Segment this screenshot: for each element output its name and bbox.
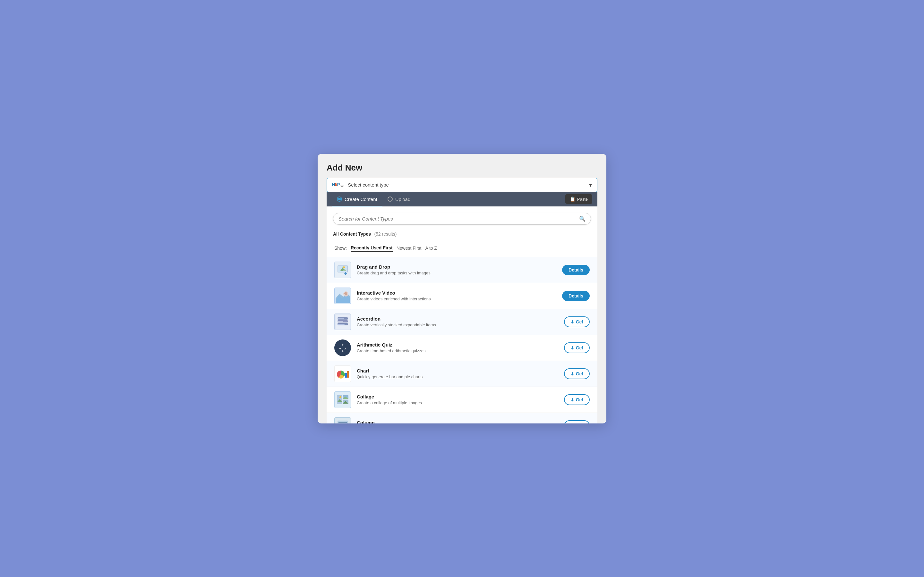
list-item: + ÷ × + Arithmetic Quiz Create time-base… <box>326 335 598 361</box>
filter-show-label: Show: <box>334 245 347 251</box>
radio-create-icon <box>337 197 342 201</box>
paste-button[interactable]: 📋 Paste <box>565 194 592 204</box>
list-item: Accordion Create vertically stacked expa… <box>326 309 598 335</box>
tab-create-content[interactable]: Create Content <box>332 192 383 206</box>
drag-drop-name: Drag and Drop <box>357 264 556 269</box>
arithmetic-icon: + ÷ × + <box>334 340 351 356</box>
accordion-get-button[interactable]: ⬇ Get <box>564 316 590 327</box>
hub-selector[interactable]: H5Phub Select content type ▾ <box>326 178 598 192</box>
svg-text:÷: ÷ <box>339 347 341 350</box>
interactive-video-info: Interactive Video Create videos enriched… <box>357 290 556 301</box>
interactive-video-icon-svg <box>336 289 350 303</box>
chart-icon-svg <box>336 367 350 381</box>
svg-rect-16 <box>338 318 344 319</box>
paste-icon: 📋 <box>570 197 575 201</box>
svg-text:+: + <box>342 350 344 353</box>
accordion-desc: Create vertically stacked expandable ite… <box>357 322 558 327</box>
get-download-icon: ⬇ <box>570 397 574 402</box>
list-item: Drag and Drop Create drag and drop tasks… <box>326 257 598 283</box>
content-list: Drag and Drop Create drag and drop tasks… <box>326 257 598 424</box>
filter-a-to-z[interactable]: A to Z <box>425 245 437 251</box>
hub-selector-label: Select content type <box>348 182 589 187</box>
svg-text:×: × <box>344 347 346 350</box>
chart-desc: Quickly generate bar and pie charts <box>357 374 558 379</box>
drag-drop-desc: Create drag and drop tasks with images <box>357 271 556 276</box>
content-area: 🔍 All Content Types (52 results) Show: R… <box>326 206 598 424</box>
list-item: Column Organize H5P content into a colum… <box>326 413 598 424</box>
accordion-icon <box>334 314 351 330</box>
add-new-modal: Add New H5Phub Select content type ▾ Cre… <box>318 154 606 424</box>
interactive-video-icon <box>334 287 351 304</box>
tab-upload[interactable]: Upload <box>383 192 416 206</box>
svg-rect-13 <box>344 293 347 294</box>
collage-get-button[interactable]: ⬇ Get <box>564 394 590 405</box>
chart-name: Chart <box>357 368 558 374</box>
arithmetic-get-button[interactable]: ⬇ Get <box>564 342 590 353</box>
paste-label: Paste <box>577 197 588 201</box>
search-input[interactable] <box>338 216 579 221</box>
filter-row: Show: Recently Used First Newest First A… <box>333 245 591 251</box>
arithmetic-icon-svg: + ÷ × + <box>336 341 350 355</box>
drag-drop-details-button[interactable]: Details <box>562 265 590 275</box>
collage-desc: Create a collage of multiple images <box>357 400 558 405</box>
collage-info: Collage Create a collage of multiple ima… <box>357 394 558 405</box>
arithmetic-name: Arithmetic Quiz <box>357 342 558 348</box>
chevron-down-icon: ▾ <box>589 181 592 189</box>
arithmetic-desc: Create time-based arithmetic quizzes <box>357 348 558 353</box>
get-download-icon: ⬇ <box>570 345 574 350</box>
list-item: Collage Create a collage of multiple ima… <box>326 387 598 413</box>
get-download-icon: ⬇ <box>570 319 574 324</box>
filter-newest-first[interactable]: Newest First <box>397 245 422 251</box>
filter-recently-used[interactable]: Recently Used First <box>351 245 393 251</box>
drag-drop-info: Drag and Drop Create drag and drop tasks… <box>357 264 556 276</box>
collage-icon-svg <box>336 393 350 407</box>
svg-rect-29 <box>347 371 349 378</box>
svg-rect-28 <box>345 373 347 378</box>
accordion-icon-svg <box>336 315 350 329</box>
section-title: All Content Types (52 results) <box>333 231 397 237</box>
column-get-button[interactable]: ⬇ Get <box>564 420 590 424</box>
drag-drop-icon <box>334 261 351 278</box>
svg-rect-40 <box>338 422 347 423</box>
chart-get-button[interactable]: ⬇ Get <box>564 368 590 379</box>
get-download-icon: ⬇ <box>570 371 574 376</box>
column-icon-svg <box>336 419 350 424</box>
column-info: Column Organize H5P content into a colum… <box>357 420 558 424</box>
svg-rect-18 <box>338 321 343 322</box>
collage-icon <box>334 392 351 408</box>
arithmetic-info: Arithmetic Quiz Create time-based arithm… <box>357 342 558 353</box>
column-name: Column <box>357 420 558 424</box>
radio-upload-icon <box>388 197 393 201</box>
list-item: Interactive Video Create videos enriched… <box>326 283 598 309</box>
chart-info: Chart Quickly generate bar and pie chart… <box>357 368 558 379</box>
svg-rect-20 <box>338 324 344 325</box>
tab-create-label: Create Content <box>344 197 377 202</box>
search-icon: 🔍 <box>579 216 586 222</box>
list-item: Chart Quickly generate bar and pie chart… <box>326 361 598 387</box>
h5p-hub-logo: H5Phub <box>332 182 344 188</box>
drag-drop-icon-svg <box>336 263 350 277</box>
interactive-video-details-button[interactable]: Details <box>562 291 590 301</box>
collage-name: Collage <box>357 394 558 400</box>
interactive-video-name: Interactive Video <box>357 290 556 295</box>
column-icon <box>334 417 351 424</box>
tab-upload-label: Upload <box>395 197 411 202</box>
svg-text:+: + <box>342 343 344 347</box>
get-download-icon: ⬇ <box>570 423 574 424</box>
chart-icon <box>334 366 351 382</box>
modal-title: Add New <box>326 163 598 173</box>
interactive-video-desc: Create videos enriched with interactions <box>357 297 556 301</box>
accordion-info: Accordion Create vertically stacked expa… <box>357 316 558 327</box>
svg-point-5 <box>343 266 345 268</box>
svg-point-33 <box>339 396 341 398</box>
search-bar: 🔍 <box>333 213 591 225</box>
tab-bar: Create Content Upload 📋 Paste <box>326 192 598 206</box>
accordion-name: Accordion <box>357 316 558 322</box>
